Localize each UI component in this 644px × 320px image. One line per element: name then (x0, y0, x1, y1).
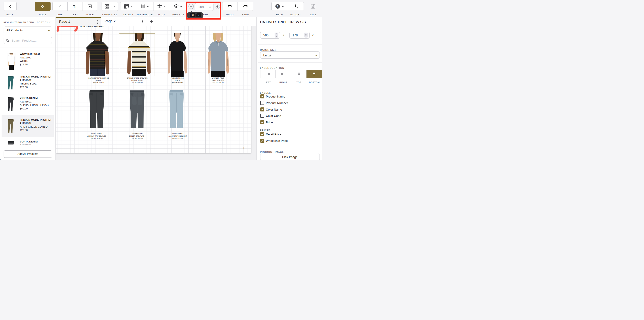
svg-text:?: ? (276, 5, 278, 8)
